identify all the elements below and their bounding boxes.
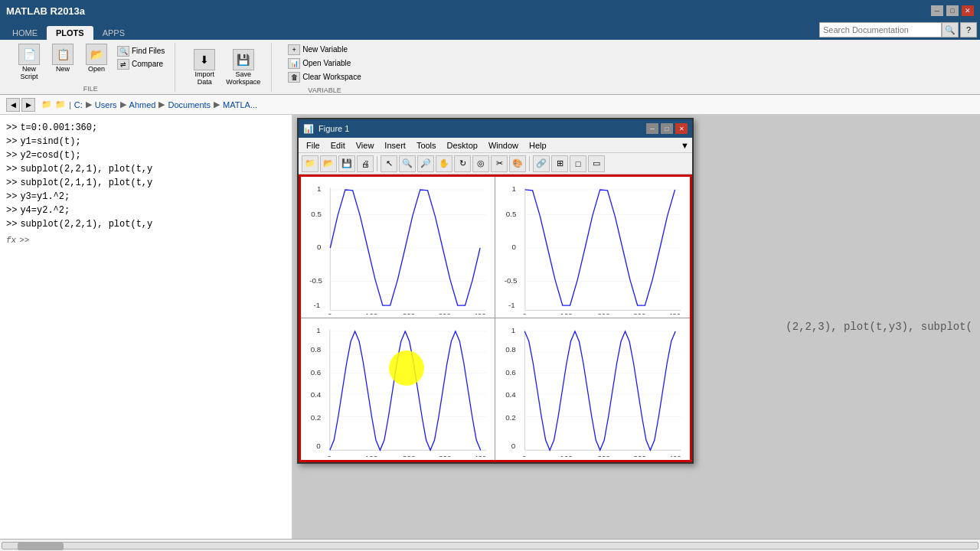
plot-bottom-left: 1 0.8 0.6 0.4 0.2 0 0 100 200 300 400 (301, 318, 495, 460)
plot-bottom-right: 1 0.8 0.6 0.4 0.2 0 0 100 200 300 400 (495, 318, 690, 460)
figure-plots-grid: 1 0.5 0 -0.5 -1 0 100 200 300 400 (299, 174, 692, 462)
cmd-text-1: t=0:0.001:360; (20, 121, 97, 135)
matlab-window: MATLAB R2013a ─ □ ✕ HOME PLOTS APPS 🔍 ? … (0, 0, 980, 551)
figure-menu-help[interactable]: Help (524, 140, 551, 151)
open-icon: 📂 (86, 44, 107, 65)
figure-maximize-button[interactable]: □ (661, 123, 673, 134)
svg-text:200: 200 (403, 454, 416, 457)
command-panel: >> t=0:0.001:360; >> y1=sind(t); >> y2=c… (0, 115, 293, 539)
search-documentation-input[interactable] (819, 22, 942, 37)
fig-tool-rotate[interactable]: ↻ (454, 155, 471, 172)
figure-menu-window[interactable]: Window (484, 140, 523, 151)
maximize-button[interactable]: □ (946, 5, 959, 16)
find-files-button[interactable]: 🔍 Find Files (115, 45, 167, 57)
tab-apps[interactable]: APPS (93, 26, 134, 40)
tab-plots[interactable]: PLOTS (47, 26, 93, 40)
cmd-text-2: y1=sind(t); (20, 135, 80, 148)
path-documents[interactable]: Documents (168, 100, 211, 109)
cmd-text-5: subplot(2,1,1), plot(t,y (20, 176, 152, 190)
figure-menu-file[interactable]: File (302, 140, 325, 151)
fig-tool-axes[interactable]: □ (570, 155, 586, 172)
svg-text:0: 0 (511, 442, 516, 450)
nav-forward-button[interactable]: ▶ (21, 98, 35, 112)
new-script-button[interactable]: 📄 NewScript (14, 42, 44, 82)
path-matlab[interactable]: MATLA... (223, 100, 257, 109)
svg-text:-1: -1 (508, 301, 515, 309)
fig-tool-legend[interactable]: ▭ (588, 155, 605, 172)
fig-tool-new[interactable]: 📁 (302, 155, 318, 172)
svg-text:1: 1 (511, 326, 515, 334)
open-button[interactable]: 📂 Open (81, 42, 112, 74)
svg-text:1: 1 (317, 184, 321, 193)
fig-tool-open[interactable]: 📂 (320, 155, 337, 172)
save-button[interactable]: 💾 SaveWorkspace (223, 47, 263, 87)
minimize-button[interactable]: ─ (931, 5, 943, 16)
svg-text:400: 400 (668, 311, 681, 315)
fig-tool-brush[interactable]: ✂ (491, 155, 508, 172)
figure-title-text: Figure 1 (318, 124, 349, 133)
close-button[interactable]: ✕ (962, 5, 974, 16)
new-button[interactable]: 📋 New (47, 42, 78, 74)
open-variable-button[interactable]: 📊 Open Variable (286, 57, 364, 70)
fig-tool-datacursor[interactable]: ◎ (472, 155, 489, 172)
figure-minimize-button[interactable]: ─ (646, 123, 658, 134)
fig-tool-pan[interactable]: ✋ (436, 155, 452, 172)
import-data-button[interactable]: ⬇ ImportData (189, 47, 220, 87)
fig-tool-link[interactable]: 🔗 (533, 155, 550, 172)
matlab-logo: MATLAB R2013a (6, 5, 85, 17)
svg-text:1: 1 (316, 326, 320, 334)
compare-button[interactable]: ⇌ Compare (115, 58, 167, 70)
svg-text:300: 300 (439, 311, 452, 315)
svg-text:0: 0 (511, 243, 516, 251)
file-small-buttons: 🔍 Find Files ⇌ Compare (115, 45, 167, 70)
nav-back-button[interactable]: ◀ (6, 98, 20, 112)
path-ahmed[interactable]: Ahmed (129, 100, 156, 109)
svg-text:0: 0 (522, 454, 527, 457)
figure-menu-expand[interactable]: ▼ (681, 141, 689, 150)
search-button[interactable]: 🔍 (942, 22, 959, 37)
cmd-line-7: >> y4=y2.^2; (6, 204, 286, 217)
fig-tool-zoom-out[interactable]: 🔎 (417, 155, 434, 172)
figure-menu-tools[interactable]: Tools (412, 140, 441, 151)
figure-close-button[interactable]: ✕ (675, 123, 688, 134)
fig-tool-zoom-in[interactable]: 🔍 (399, 155, 416, 172)
svg-text:0.5: 0.5 (506, 210, 517, 218)
figure-menu-insert[interactable]: Insert (380, 140, 410, 151)
svg-text:100: 100 (560, 311, 573, 315)
fig-tool-color[interactable]: 🎨 (509, 155, 526, 172)
svg-text:0.2: 0.2 (505, 413, 516, 422)
plot-top-right: 1 0.5 0 -0.5 -1 0 100 200 300 400 (495, 177, 690, 318)
cmd-line-6: >> y3=y1.^2; (6, 190, 286, 204)
svg-text:400: 400 (668, 454, 681, 457)
new-variable-button[interactable]: + New Variable (286, 44, 364, 56)
fig-tool-sep-2 (529, 156, 530, 171)
save-icon: 💾 (233, 49, 254, 70)
cmd-line-4: >> subplot(2,2,1), plot(t,y (6, 162, 286, 176)
fig-tool-table[interactable]: ⊞ (551, 155, 568, 172)
cmd-line-5: >> subplot(2,1,1), plot(t,y (6, 176, 286, 190)
fig-tool-print[interactable]: 🖨 (357, 155, 374, 172)
figure-title-bar: 📊 Figure 1 ─ □ ✕ (299, 119, 692, 138)
svg-text:0.6: 0.6 (311, 368, 322, 377)
figure-menu-view[interactable]: View (351, 140, 379, 151)
tab-home[interactable]: HOME (3, 26, 47, 40)
svg-text:0: 0 (523, 311, 528, 315)
horizontal-scrollbar[interactable] (0, 539, 980, 551)
svg-text:0.4: 0.4 (311, 390, 322, 399)
svg-text:0.4: 0.4 (505, 390, 516, 399)
open-variable-icon: 📊 (288, 58, 300, 69)
figure-menu-edit[interactable]: Edit (326, 140, 350, 151)
path-users[interactable]: Users (95, 100, 117, 109)
svg-text:400: 400 (473, 311, 486, 315)
fig-tool-save[interactable]: 💾 (338, 155, 355, 172)
fig-tool-pointer[interactable]: ↖ (381, 155, 397, 172)
path-c-drive[interactable]: C: (74, 100, 83, 109)
figure-menu: File Edit View Insert Tools Desktop Wind… (299, 138, 692, 153)
figure-menu-desktop[interactable]: Desktop (443, 140, 482, 151)
fx-prompt: >> (19, 234, 29, 247)
clear-workspace-button[interactable]: 🗑 Clear Workspace (286, 71, 364, 83)
plot-top-left-svg: 1 0.5 0 -0.5 -1 0 100 200 300 400 (305, 181, 492, 315)
svg-text:0.6: 0.6 (505, 368, 516, 377)
scrollbar-thumb[interactable] (18, 543, 64, 550)
help-icon-button[interactable]: ? (960, 22, 977, 37)
